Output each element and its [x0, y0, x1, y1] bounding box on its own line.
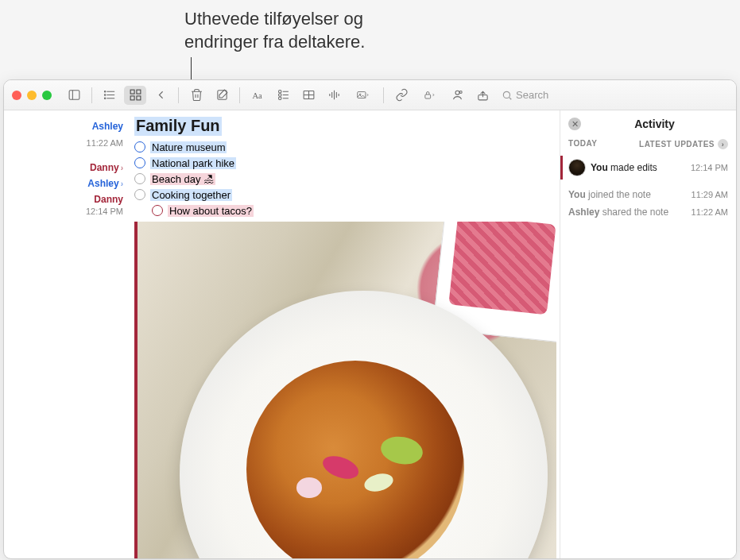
activity-header: ✕ Activity [560, 110, 736, 137]
search-placeholder: Search [516, 89, 548, 101]
search-field[interactable]: Search [502, 89, 728, 101]
chevron-right-icon[interactable]: › [718, 139, 728, 149]
checklist-text[interactable]: Nature museum [150, 141, 227, 153]
svg-rect-30 [424, 95, 430, 98]
delete-button[interactable] [185, 86, 207, 105]
activity-panel: ✕ Activity TODAY LATEST UPDATES › You ma… [560, 110, 736, 558]
link-button[interactable] [390, 86, 413, 105]
toolbar: Aa Search [4, 80, 736, 110]
timestamp-label: 12:14 PM [86, 207, 123, 216]
content-area: Ashley 11:22 AM Danny› Ashley› Danny 12:… [4, 110, 736, 558]
activity-time: 11:22 AM [692, 207, 728, 217]
svg-point-7 [104, 98, 105, 98]
svg-line-35 [509, 97, 512, 99]
svg-rect-8 [130, 90, 134, 94]
activity-item[interactable]: You joined the note 11:29 AM [560, 186, 736, 203]
svg-point-34 [503, 91, 509, 98]
note-title[interactable]: Family Fun [134, 117, 222, 136]
svg-rect-9 [136, 90, 140, 94]
note-attached-image[interactable] [134, 222, 556, 558]
checklist-item[interactable]: Nature museum [134, 139, 556, 155]
toolbar-separator [383, 87, 384, 103]
window-controls [12, 91, 52, 100]
activity-title: Activity [581, 118, 728, 130]
toolbar-separator [239, 87, 240, 103]
chevron-right-icon: › [121, 164, 123, 172]
svg-point-14 [278, 90, 281, 93]
close-panel-button[interactable]: ✕ [568, 118, 581, 130]
callout-annotation: Uthevede tilføyelser og endringer fra de… [184, 8, 365, 53]
list-view-button[interactable] [99, 86, 121, 105]
author-label[interactable]: Ashley [92, 121, 123, 132]
format-button[interactable]: Aa [246, 86, 269, 105]
image-detail [296, 477, 322, 497]
author-label[interactable]: Danny [94, 194, 123, 205]
checklist-item[interactable]: Beach day 🏖 [134, 171, 556, 187]
svg-point-32 [459, 91, 462, 94]
activity-text: You joined the note [568, 189, 687, 200]
toolbar-separator [91, 87, 92, 103]
svg-point-6 [104, 95, 105, 95]
checklist-text[interactable]: Cooking together [150, 189, 232, 201]
table-button[interactable] [297, 86, 320, 105]
checkbox-icon[interactable] [134, 189, 145, 200]
callout-line2: endringer fra deltakere. [184, 31, 365, 54]
checklist-item[interactable]: Cooking together [134, 187, 556, 203]
back-button[interactable] [149, 86, 172, 105]
activity-time: 12:14 PM [691, 163, 728, 172]
svg-rect-11 [136, 96, 140, 100]
svg-text:Aa: Aa [252, 91, 262, 100]
author-label[interactable]: Ashley [87, 178, 118, 189]
activity-time: 11:29 AM [692, 190, 728, 199]
svg-rect-10 [130, 96, 134, 100]
gutter-spacer [4, 150, 131, 160]
activity-text: Ashley shared the note [568, 207, 687, 218]
activity-item[interactable]: Ashley shared the note 11:22 AM [560, 203, 736, 221]
checklist-text[interactable]: Beach day 🏖 [150, 173, 215, 185]
checklist-item[interactable]: National park hike [134, 155, 556, 171]
callout-line1: Uthevede tilføyelser og [184, 8, 365, 31]
chevron-right-icon: › [121, 180, 123, 188]
latest-updates-label[interactable]: LATEST UPDATES [639, 140, 715, 149]
svg-point-18 [278, 97, 281, 100]
fullscreen-window-button[interactable] [42, 91, 52, 100]
attribution-gutter: Ashley 11:22 AM Danny› Ashley› Danny 12:… [4, 110, 131, 558]
app-window: Aa Search A [3, 79, 737, 559]
svg-point-16 [278, 94, 281, 97]
svg-rect-0 [69, 91, 79, 99]
search-icon [502, 90, 513, 101]
collaborate-button[interactable] [446, 86, 468, 105]
checkbox-icon[interactable] [134, 141, 145, 153]
toolbar-separator [178, 87, 179, 103]
checklist-item[interactable]: How about tacos? [134, 203, 556, 218]
today-label: TODAY [568, 139, 597, 149]
close-window-button[interactable] [12, 91, 21, 100]
activity-item[interactable]: You made edits 12:14 PM [560, 156, 736, 180]
activity-subheader: TODAY LATEST UPDATES › [560, 137, 736, 156]
checklist-text[interactable]: National park hike [150, 157, 236, 169]
svg-point-31 [455, 91, 459, 95]
note-body[interactable]: Family Fun Nature museum National park h… [131, 110, 560, 558]
media-button[interactable] [348, 86, 377, 105]
activity-text: You made edits [591, 162, 686, 173]
sidebar-toggle-button[interactable] [63, 86, 85, 105]
share-button[interactable] [471, 86, 494, 105]
minimize-window-button[interactable] [27, 91, 37, 100]
timestamp-label: 11:22 AM [87, 138, 123, 148]
svg-point-5 [104, 91, 105, 92]
author-label[interactable]: Danny [90, 162, 119, 173]
checklist-text[interactable]: How about tacos? [168, 205, 254, 217]
checklist-button[interactable] [272, 86, 294, 105]
checkbox-icon[interactable] [134, 173, 145, 184]
checkbox-icon[interactable] [152, 205, 163, 216]
audio-button[interactable] [323, 86, 345, 105]
lock-button[interactable] [416, 86, 443, 105]
avatar [568, 159, 586, 176]
new-note-button[interactable] [211, 86, 233, 105]
grid-view-button[interactable] [124, 86, 146, 105]
checkbox-icon[interactable] [134, 157, 145, 168]
